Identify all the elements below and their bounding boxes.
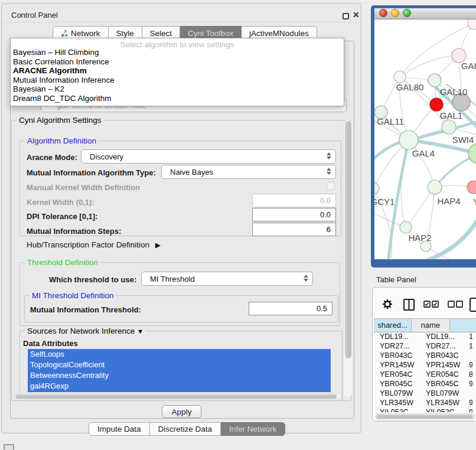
mi-steps-field[interactable]: 6 [252, 223, 336, 236]
control-panel: Control Panel ✕ Network Style Select Cyn… [1, 4, 361, 433]
attribute-item[interactable]: BetweennessCentrality [28, 370, 331, 381]
table-header: shared...name [374, 318, 476, 332]
table-hscrollbar-track[interactable] [375, 413, 475, 420]
mi-type-label: Mutual Information Algorithm Type: [27, 168, 156, 177]
table-cell: YER054C [420, 370, 467, 379]
network-node[interactable] [394, 71, 406, 83]
table-cell: 13 [467, 332, 472, 341]
deselect-all-columns-icon[interactable] [448, 301, 463, 308]
expand-right-icon: ▶ [155, 241, 161, 249]
network-canvas[interactable]: GAL7GAL80GAL10GAL1GAL11SWI4GAL4GCY1HAP4Y… [374, 19, 476, 259]
table-row[interactable]: YLR345WYLR345W9. [374, 398, 476, 407]
aracne-mode-label: Aracne Mode: [27, 153, 77, 162]
settings-scrollbar-thumb[interactable] [345, 121, 351, 358]
which-threshold-label: Which threshold to use: [49, 275, 136, 284]
sources-title[interactable]: Sources for Network Inference ▼ [25, 327, 146, 335]
dpi-tolerance-field[interactable]: 0.0 [252, 208, 336, 221]
algorithm-option[interactable]: Bayesian – K2 [11, 84, 344, 94]
network-node[interactable] [374, 182, 379, 194]
algorithm-option[interactable]: Dream8 DC_TDC Algorithm [11, 94, 344, 103]
combo-arrows-icon [327, 168, 331, 175]
table-row[interactable]: YBL079WYBL079W [374, 389, 476, 398]
attribute-item[interactable]: gal4RGexp [28, 381, 331, 392]
network-node[interactable] [399, 131, 418, 149]
attribute-item[interactable]: SelfLoops [28, 349, 331, 360]
table-row[interactable]: YIL052CYIL052C9 [374, 407, 476, 412]
split-columns-icon[interactable] [403, 298, 416, 311]
network-node[interactable] [442, 120, 456, 134]
network-node[interactable] [400, 221, 412, 233]
mi-threshold-group-title: MI Threshold Definition [30, 291, 116, 300]
algorithm-definition-title: Algorithm Definition [25, 136, 99, 145]
aracne-mode-combo[interactable]: Discovery [81, 149, 336, 164]
network-window-titlebar[interactable] [374, 8, 476, 19]
tab-infer-network[interactable]: Infer Network [221, 422, 285, 436]
table-row[interactable]: YDR27...YDR27...12 [374, 341, 476, 351]
apply-button[interactable]: Apply [162, 405, 201, 418]
table-row[interactable]: YBR045CYBR045C9. [374, 379, 476, 389]
algorithm-option[interactable]: Bayesian – Hill Climbing [11, 48, 344, 57]
tab-impute-data[interactable]: Impute Data [89, 422, 150, 436]
settings-scrollbar-track[interactable] [343, 120, 352, 397]
manual-kernel-checkbox[interactable] [327, 182, 335, 190]
table-cell: YPR145W [374, 360, 420, 370]
table-cell: 9 [467, 407, 472, 412]
window-top-border [0, 2, 367, 3]
algorithm-option[interactable]: ARACNE Algorithm [11, 66, 344, 76]
mi-type-combo[interactable]: Naive Bayes [161, 165, 336, 179]
collapse-down-icon: ▼ [137, 328, 144, 335]
close-icon[interactable]: ✕ [353, 10, 360, 19]
mi-threshold-field[interactable]: 0.5 [249, 302, 332, 315]
column-header[interactable]: shared... [374, 319, 412, 332]
table-row[interactable]: YDL19...YDL19...13 [374, 332, 476, 341]
algorithm-option[interactable]: Mutual Information Inference [11, 76, 344, 85]
table-body: YDL19...YDL19...13YDR27...YDR27...12YBR0… [374, 332, 476, 412]
float-window-icon[interactable] [343, 13, 349, 19]
network-node[interactable] [428, 180, 442, 194]
dpi-tolerance-label: DPI Tolerance [0,1]: [27, 212, 97, 221]
table-cell: YIL052C [374, 407, 420, 412]
table-panel: shared...name YDL19...YDL19...13YDR27...… [372, 287, 476, 422]
table-cell: YBR045C [420, 379, 467, 389]
bottom-tabbar: Impute Data Discretize Data Infer Networ… [89, 422, 285, 435]
algorithm-option[interactable]: Basic Correlation Inference [11, 57, 344, 67]
zoom-traffic-light[interactable] [403, 9, 411, 17]
close-traffic-light[interactable] [379, 9, 387, 17]
gear-icon[interactable] [382, 299, 393, 309]
new-table-icon[interactable] [469, 297, 476, 312]
settings-hscrollbar-thumb[interactable] [15, 394, 337, 399]
table-row[interactable]: YPR145WYPR145W9. [374, 360, 476, 370]
node-label: HAP2 [408, 233, 431, 243]
which-threshold-combo[interactable]: MI Threshold [141, 272, 313, 286]
table-hscrollbar-thumb[interactable] [376, 415, 473, 419]
select-all-columns-icon[interactable] [423, 301, 439, 308]
table-cell: 9. [467, 398, 472, 407]
network-node[interactable] [428, 74, 441, 87]
network-node[interactable] [468, 19, 476, 30]
table-row[interactable]: YBR043CYBR043C [374, 351, 476, 360]
table-row[interactable]: YER054CYER054C8. [374, 370, 476, 379]
control-panel-title: Control Panel [11, 11, 58, 19]
network-node[interactable] [430, 98, 443, 111]
table-cell: YBL079W [420, 389, 467, 398]
kernel-width-field[interactable]: 0.0 [252, 194, 336, 207]
node-label: GAL80 [396, 82, 424, 92]
combo-arrows-icon [304, 275, 308, 282]
corner-panel-icon[interactable] [4, 444, 14, 450]
combo-arrows-icon [327, 152, 331, 159]
node-label: GAL4 [412, 148, 435, 158]
tab-discretize-data[interactable]: Discretize Data [150, 422, 221, 436]
table-cell: YBR045C [374, 379, 420, 389]
column-header[interactable]: name [412, 319, 450, 332]
attribute-item[interactable]: TopologicalCoefficient [28, 360, 331, 370]
hub-definition-toggle[interactable]: Hub/Transcription Factor Definition ▶ [27, 240, 161, 249]
network-node[interactable] [468, 144, 476, 164]
node-label: SWI4 [452, 135, 474, 145]
column-header[interactable] [450, 319, 476, 332]
table-cell: 12 [467, 341, 472, 351]
algorithm-placeholder: Select algorithm to view settings [11, 38, 344, 48]
table-cell: YPR145W [420, 360, 467, 370]
network-node[interactable] [467, 181, 476, 194]
settings-hscrollbar-track[interactable] [14, 393, 342, 400]
minimize-traffic-light[interactable] [391, 9, 399, 17]
